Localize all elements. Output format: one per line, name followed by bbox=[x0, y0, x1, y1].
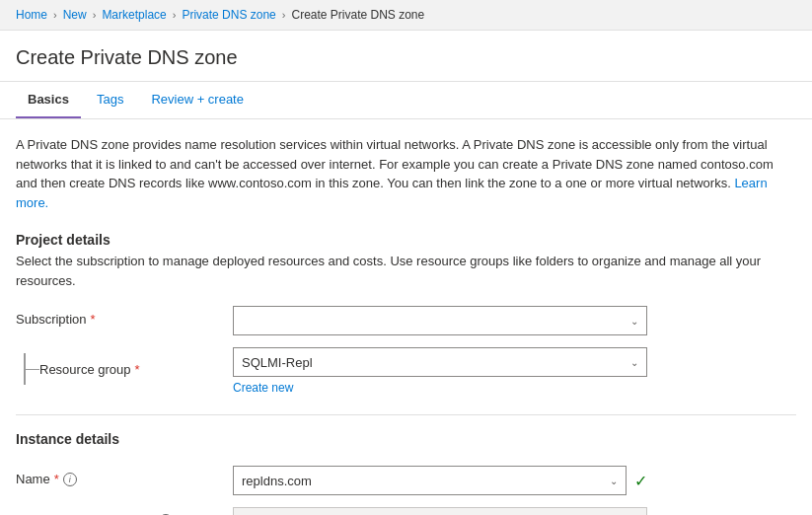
tab-review-create[interactable]: Review + create bbox=[139, 82, 256, 118]
breadcrumb-sep-1: › bbox=[53, 9, 57, 21]
resource-group-dropdown[interactable]: SQLMI-Repl ⌄ bbox=[233, 347, 647, 377]
location-row: Resource group location i East US ⌄ bbox=[16, 507, 796, 515]
name-dropdown[interactable]: repldns.com ⌄ bbox=[233, 466, 627, 495]
resource-group-row: Resource group * SQLMI-Repl ⌄ Create new bbox=[16, 347, 796, 395]
resource-group-required: * bbox=[135, 362, 140, 377]
breadcrumb-marketplace[interactable]: Marketplace bbox=[102, 8, 166, 22]
name-value: repldns.com bbox=[242, 474, 610, 488]
subscription-arrow-icon: ⌄ bbox=[630, 316, 638, 327]
project-details-section: Project details Select the subscription … bbox=[16, 232, 796, 395]
breadcrumb: Home › New › Marketplace › Private DNS z… bbox=[0, 0, 812, 31]
main-content: A Private DNS zone provides name resolut… bbox=[0, 119, 812, 515]
instance-details-title: Instance details bbox=[16, 431, 796, 447]
name-row: Name * i repldns.com ⌄ ✓ bbox=[16, 466, 796, 495]
page-title: Create Private DNS zone bbox=[16, 46, 796, 69]
project-details-title: Project details bbox=[16, 232, 796, 248]
create-new-link[interactable]: Create new bbox=[233, 381, 293, 395]
breadcrumb-sep-2: › bbox=[93, 9, 97, 21]
tab-tags[interactable]: Tags bbox=[85, 82, 135, 118]
name-label: Name * i bbox=[16, 472, 233, 486]
resource-group-label: Resource group * bbox=[39, 362, 140, 377]
resource-group-arrow-icon: ⌄ bbox=[630, 357, 638, 368]
name-check-icon: ✓ bbox=[634, 472, 647, 490]
breadcrumb-sep-4: › bbox=[282, 9, 286, 21]
location-dropdown: East US ⌄ bbox=[233, 507, 647, 515]
subscription-dropdown[interactable]: ⌄ bbox=[233, 306, 647, 335]
breadcrumb-sep-3: › bbox=[173, 9, 177, 21]
subscription-label: Subscription * bbox=[16, 312, 233, 327]
breadcrumb-new[interactable]: New bbox=[63, 8, 87, 22]
name-arrow-icon: ⌄ bbox=[610, 476, 618, 486]
instance-details-section: Instance details Name * i repldns.com ⌄ … bbox=[16, 414, 796, 515]
section-divider bbox=[16, 414, 796, 415]
description-text: A Private DNS zone provides name resolut… bbox=[16, 135, 785, 212]
project-details-desc: Select the subscription to manage deploy… bbox=[16, 252, 785, 290]
name-info-icon[interactable]: i bbox=[63, 473, 77, 486]
name-required: * bbox=[54, 472, 59, 486]
resource-group-value: SQLMI-Repl bbox=[242, 355, 630, 370]
tabs-container: Basics Tags Review + create bbox=[0, 82, 812, 119]
breadcrumb-current: Create Private DNS zone bbox=[291, 8, 424, 22]
tab-basics[interactable]: Basics bbox=[16, 82, 81, 118]
breadcrumb-private-dns-zone[interactable]: Private DNS zone bbox=[182, 8, 275, 22]
subscription-required: * bbox=[91, 312, 96, 327]
name-field-wrapper: repldns.com ⌄ ✓ bbox=[233, 466, 647, 495]
breadcrumb-home[interactable]: Home bbox=[16, 8, 47, 22]
page-header: Create Private DNS zone bbox=[0, 31, 812, 82]
subscription-row: Subscription * ⌄ bbox=[16, 306, 796, 335]
